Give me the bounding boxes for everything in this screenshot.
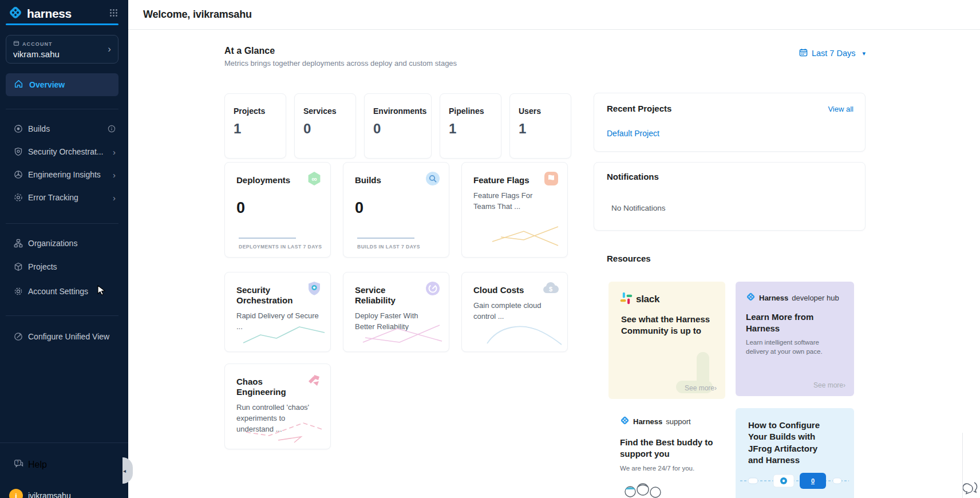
brand-name: Harness — [633, 417, 662, 426]
sidebar-item-organizations[interactable]: Organizations — [0, 232, 128, 255]
chevron-right-icon: › — [714, 384, 717, 392]
sidebar-item-projects[interactable]: Projects — [0, 255, 128, 278]
metric-value: 0 — [303, 121, 355, 137]
project-link-default-project[interactable]: Default Project — [607, 129, 659, 138]
sidebar-item-security-orchestration[interactable]: Security Orchestrat... › — [0, 140, 128, 163]
date-range-selector[interactable]: Last 7 Days ▾ — [799, 48, 866, 58]
gear-icon — [14, 287, 23, 296]
brand-name: Harness — [759, 294, 788, 302]
service-reliability-card[interactable]: Service Reliability Deploy Faster With B… — [343, 272, 449, 352]
security-orchestration-card[interactable]: Security Orchestration Rapid Delivery of… — [224, 272, 331, 352]
deployments-count: 0 — [236, 199, 319, 217]
logo-underline — [6, 23, 118, 25]
harness-logo-icon — [620, 416, 630, 428]
sidebar-item-error-tracking[interactable]: Error Tracking › — [0, 186, 128, 209]
help-button[interactable]: ? Help — [0, 453, 128, 476]
builds-card[interactable]: Builds 0 BUILDS IN LAST 7 DAYS — [343, 162, 449, 258]
harness-logo[interactable]: harness — [8, 5, 72, 22]
date-range-label: Last 7 Days — [812, 49, 856, 58]
metric-card-projects[interactable]: Projects 1 — [224, 93, 286, 159]
info-icon[interactable] — [108, 125, 116, 133]
metric-card-users[interactable]: Users 1 — [509, 93, 571, 159]
reliability-gauge-icon — [425, 280, 441, 299]
sidebar-collapse-handle[interactable]: ◂ — [122, 457, 133, 484]
card-title: Deployments — [236, 175, 305, 185]
glance-subtitle: Metrics brings together deployments acro… — [224, 59, 457, 68]
sidebar-divider — [6, 223, 118, 224]
sidebar-divider — [6, 109, 118, 109]
deployments-card[interactable]: Deployments ∞ 0 DEPLOYMENTS IN LAST 7 DA… — [224, 162, 331, 258]
account-name: vikram.sahu — [13, 49, 111, 59]
sidebar-item-label: Organizations — [28, 239, 77, 248]
builds-search-icon — [425, 171, 441, 189]
sidebar-item-label: Account Settings — [28, 287, 88, 296]
metric-value: 1 — [234, 121, 286, 137]
user-menu[interactable]: i ivikramsahu — [9, 489, 71, 498]
help-chat-icon: ? — [14, 459, 23, 471]
account-selector[interactable]: ACCOUNT vikram.sahu › — [6, 35, 118, 64]
brand-suffix: support — [666, 417, 690, 426]
metric-card-environments[interactable]: Environments 0 — [364, 93, 432, 159]
sidebar-item-builds[interactable]: Builds — [0, 117, 128, 140]
harness-logo-icon — [746, 292, 756, 304]
metric-card-services[interactable]: Services 0 — [294, 93, 356, 159]
card-title: Feature Flags — [473, 175, 542, 185]
notifications-title: Notifications — [607, 172, 659, 181]
devhub-card-subtext: Learn intelligent software delivery at y… — [746, 338, 843, 356]
view-all-link[interactable]: View all — [828, 105, 853, 113]
slack-see-more-link[interactable]: See more› — [685, 384, 717, 392]
builds-caption: BUILDS IN LAST 7 DAYS — [357, 244, 420, 250]
harness-support-block[interactable]: Harness support Find the Best buddy to s… — [620, 416, 734, 473]
card-description: Feature Flags For Teams That ... — [473, 191, 556, 212]
account-label: ACCOUNT — [22, 41, 53, 47]
slack-card-heading: See what the Harness Community is up to — [621, 314, 713, 337]
slack-resource-card[interactable]: slack See what the Harness Community is … — [608, 282, 725, 399]
metric-value: 1 — [519, 121, 571, 137]
home-icon — [14, 79, 23, 91]
sidebar-item-account-settings[interactable]: Account Settings — [0, 280, 128, 303]
cloud-costs-card[interactable]: Cloud Costs $ Gain complete cloud contro… — [461, 272, 568, 352]
sidebar-divider — [0, 442, 128, 443]
chevron-right-icon: › — [113, 170, 116, 180]
page-header: Welcome, ivikramsahu — [128, 0, 980, 30]
module-grid-icon[interactable] — [109, 9, 118, 19]
card-title: Service Reliability — [355, 285, 424, 306]
svg-text:∞: ∞ — [311, 175, 317, 183]
support-people-illustration — [621, 483, 664, 498]
builds-sparkline — [357, 238, 414, 239]
account-icon — [13, 40, 19, 48]
sidebar-item-configure-unified-view[interactable]: Configure Unified View — [0, 325, 128, 348]
jfrog-resource-card[interactable]: How to Configure Your Builds with JFrog … — [736, 408, 854, 498]
chat-support-icon[interactable] — [963, 480, 979, 498]
builds-count: 0 — [355, 199, 437, 217]
chevron-right-icon: › — [113, 193, 116, 203]
slack-brand-text: slack — [636, 294, 659, 305]
shield-icon — [14, 147, 23, 156]
target-icon — [14, 193, 23, 202]
insights-wheel-icon — [14, 170, 23, 179]
card-title: Builds — [355, 175, 424, 185]
feature-flags-card[interactable]: Feature Flags Feature Flags For Teams Th… — [461, 162, 568, 258]
metric-card-pipelines[interactable]: Pipelines 1 — [440, 93, 501, 159]
chaos-engineering-card[interactable]: Chaos Engineering Run controlled 'chaos'… — [224, 363, 331, 449]
chevron-right-icon: › — [843, 381, 845, 389]
sidebar-item-label: Projects — [28, 262, 57, 271]
developer-hub-card[interactable]: Harness developer hub Learn More from Ha… — [736, 282, 854, 396]
metric-label: Projects — [234, 106, 286, 116]
svg-text:$: $ — [549, 286, 552, 293]
metric-value: 1 — [449, 121, 501, 137]
sidebar-item-engineering-insights[interactable]: Engineering Insights › — [0, 163, 128, 186]
devhub-see-more-link[interactable]: See more› — [813, 381, 845, 389]
harness-logo-icon — [8, 5, 23, 22]
decorative-squiggle — [241, 320, 327, 348]
brand-suffix: developer hub — [792, 294, 839, 302]
caret-down-icon: ▾ — [862, 50, 866, 57]
wrench-circle-icon — [14, 332, 23, 341]
user-name: ivikramsahu — [28, 491, 71, 498]
chaos-icon — [306, 372, 322, 390]
sidebar-item-overview[interactable]: Overview — [6, 73, 118, 96]
harness-dashboard: harness ACCOUNT vikram.sahu › Overview — [0, 0, 980, 498]
security-shield-icon — [306, 280, 322, 299]
sidebar-item-label: Overview — [29, 80, 65, 89]
recent-projects-title: Recent Projects — [607, 104, 671, 113]
